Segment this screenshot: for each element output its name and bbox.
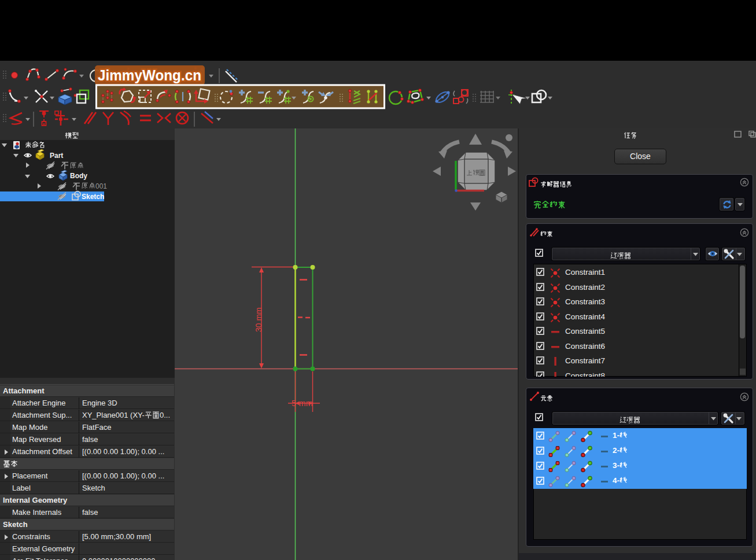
svg-text:30 mm: 30 mm	[254, 307, 263, 332]
svg-text:5 mm: 5 mm	[292, 399, 313, 408]
svg-text:JimmyWong.cn: JimmyWong.cn	[98, 67, 201, 84]
